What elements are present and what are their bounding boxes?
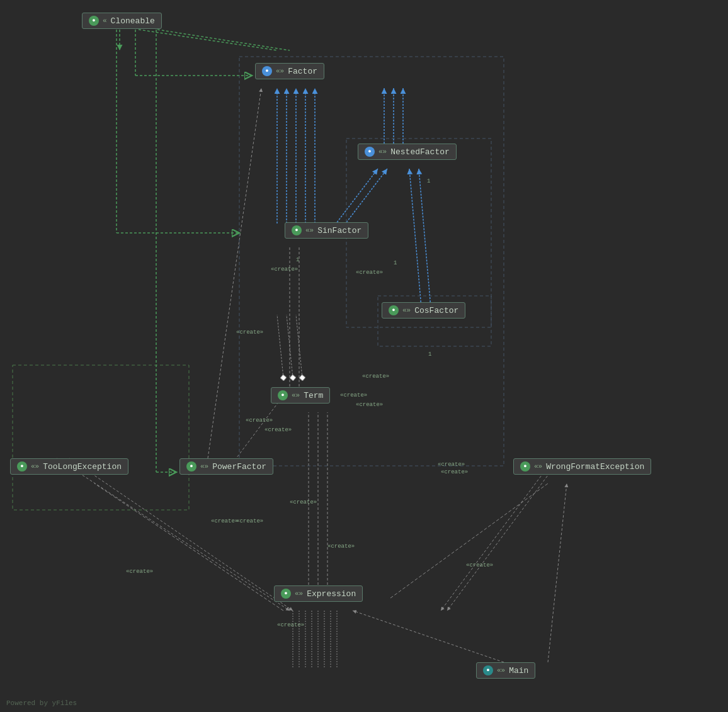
svg-text:«create»: «create» [340,392,367,398]
svg-text:«create»: «create» [236,329,263,336]
wrong-format-exception-label: WrongFormatException [546,462,644,472]
nested-factor-label: NestedFactor [390,147,450,157]
power-factor-label: PowerFactor [212,462,266,472]
svg-text:«create»: «create» [356,269,383,276]
power-factor-icon: ● [186,461,196,472]
svg-text:1: 1 [428,351,431,358]
svg-rect-50 [13,365,189,510]
svg-line-22 [390,483,548,598]
svg-text:«create»: «create» [264,427,292,433]
svg-line-24 [353,611,504,662]
sin-factor-label: SinFactor [317,226,361,235]
factor-label: Factor [288,67,317,76]
expression-label: Expression [307,589,356,599]
svg-text:«create»: «create» [271,266,298,273]
main-vis: «» [497,667,505,674]
footer: Powered by yFiles [6,699,77,707]
cos-factor-node[interactable]: ● «» CosFactor [382,302,465,319]
svg-line-1 [139,30,277,50]
term-vis: «» [292,392,300,399]
footer-text: Powered by yFiles [6,699,77,707]
too-long-exception-label: TooLongException [43,462,122,472]
wrong-format-exception-vis: «» [534,463,542,470]
connections-svg: «create» «create» «create» «create» «cre… [0,0,728,712]
sin-factor-icon: ● [292,225,302,235]
svg-line-14 [419,169,431,315]
svg-text:«create»: «create» [277,622,304,628]
nested-factor-vis: «» [378,148,387,155]
svg-text:«create»: «create» [466,562,493,568]
cloneable-icon: ● [89,16,99,26]
svg-text:«create»: «create» [211,518,238,524]
power-factor-node[interactable]: ● «» PowerFactor [179,458,273,475]
sin-factor-node[interactable]: ● «» SinFactor [285,222,368,239]
diagram-container: «create» «create» «create» «create» «cre… [0,0,728,712]
cos-factor-label: CosFactor [414,306,458,315]
svg-text:1: 1 [427,178,430,184]
svg-text:«create»: «create» [356,402,383,408]
svg-line-2 [157,30,290,50]
svg-line-18 [208,88,261,458]
svg-text:«create»: «create» [441,469,468,475]
main-node[interactable]: ● «» Main [476,662,535,679]
svg-line-69 [447,458,560,611]
svg-text:«create»: «create» [246,417,273,424]
wrong-format-exception-node[interactable]: ● «» WrongFormatException [513,458,651,475]
main-label: Main [509,666,528,675]
cloneable-label: Cloneable [111,16,155,26]
factor-icon: ● [262,66,272,76]
factor-node[interactable]: ● «» Factor [255,63,324,79]
expression-icon: ● [281,589,291,599]
term-label: Term [304,391,323,400]
svg-line-25 [548,483,567,662]
cloneable-node[interactable]: ● « Cloneable [82,13,162,29]
too-long-exception-vis: «» [31,463,39,470]
too-long-exception-icon: ● [17,461,27,472]
svg-text:«create»: «create» [126,568,153,575]
factor-vis: «» [276,67,284,75]
svg-text:«create»: «create» [236,518,263,524]
svg-text:1: 1 [296,257,299,263]
expression-node[interactable]: ● «» Expression [274,585,363,602]
power-factor-vis: «» [200,463,208,470]
svg-text:«create»: «create» [362,373,389,380]
nested-factor-icon: ● [365,147,375,157]
svg-line-13 [409,169,422,315]
svg-line-57 [277,315,283,378]
cloneable-vis: « [103,17,107,25]
wrong-format-exception-icon: ● [520,461,530,472]
nested-factor-node[interactable]: ● «» NestedFactor [358,144,457,160]
cos-factor-vis: «» [402,307,411,314]
svg-line-71 [69,458,293,611]
svg-text:«create»: «create» [327,543,355,550]
svg-text:1: 1 [394,260,397,266]
expression-vis: «» [295,590,303,597]
term-icon: ● [278,390,288,400]
term-node[interactable]: ● «» Term [271,387,330,404]
main-icon: ● [483,665,493,675]
sin-factor-vis: «» [305,227,314,234]
too-long-exception-node[interactable]: ● «» TooLongException [10,458,128,475]
svg-line-70 [57,458,290,611]
svg-line-68 [441,458,554,611]
svg-text:«create»: «create» [438,461,465,468]
svg-text:«create»: «create» [290,499,317,506]
cos-factor-icon: ● [389,305,399,315]
